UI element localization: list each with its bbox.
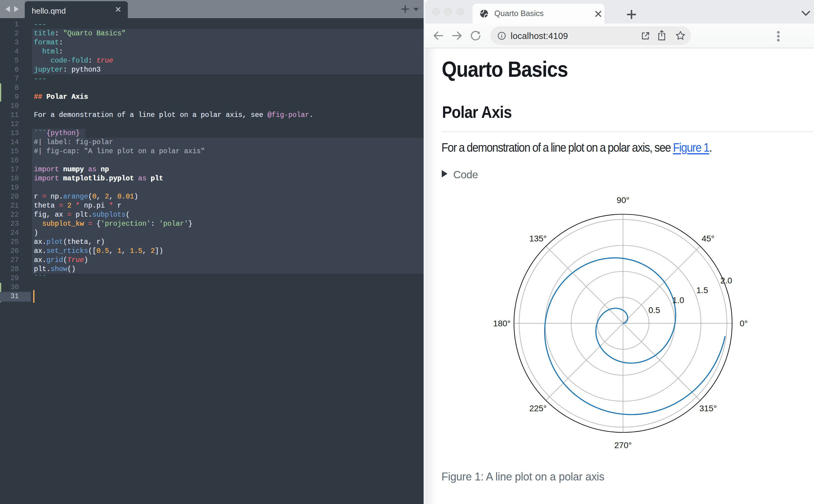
svg-text:1.5: 1.5 [696,286,708,295]
svg-text:315°: 315° [699,404,717,413]
svg-text:2.0: 2.0 [720,276,732,285]
svg-text:270°: 270° [614,441,632,450]
svg-text:0.5: 0.5 [648,305,660,315]
svg-text:135°: 135° [529,234,547,243]
svg-text:180°: 180° [493,319,511,328]
svg-text:1.0: 1.0 [672,296,684,305]
svg-text:0°: 0° [740,319,748,328]
svg-text:45°: 45° [702,234,714,243]
svg-text:225°: 225° [529,404,547,413]
svg-text:90°: 90° [617,195,629,205]
